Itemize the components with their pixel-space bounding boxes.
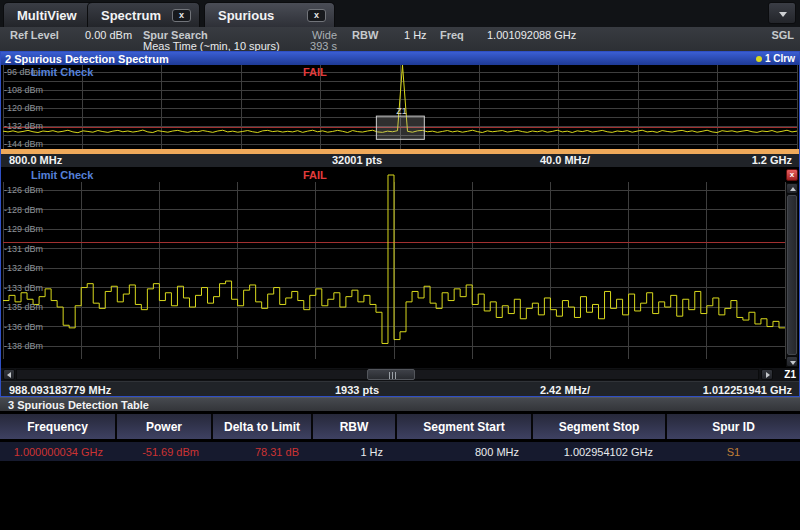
tab-spectrum[interactable]: Spectrum x	[87, 2, 200, 27]
overview-chart[interactable]: Limit Check FAIL -96 dBm-108 dBm-120 dBm…	[1, 65, 799, 149]
tab-spurious-label: Spurious	[218, 8, 274, 23]
y-axis-label: -132 dBm	[4, 263, 43, 273]
vertical-scrollbar-thumb[interactable]	[787, 195, 797, 355]
scroll-left-arrow-icon[interactable]	[3, 369, 15, 380]
zoom-chart[interactable]: Limit Check FAIL x -126 dBm-128 dBm-129 …	[1, 167, 799, 368]
ref-level-value[interactable]: 0.00 dBm	[85, 29, 132, 41]
zoom-region-box[interactable]	[376, 116, 424, 139]
col-rbw[interactable]: RBW	[313, 414, 397, 439]
zoom-window-label: Z1	[784, 369, 796, 380]
overview-freq-per-div: 40.0 MHz/	[540, 154, 590, 166]
y-axis-label: -136 dBm	[4, 322, 43, 332]
col-power[interactable]: Power	[117, 414, 213, 439]
tab-bar: MultiView Spectrum x Spurious x	[0, 0, 800, 27]
spurious-spectrum-window: 2 Spurious Detection Spectrum 1 Clrw Lim…	[0, 51, 800, 397]
limit-check-result-overview: FAIL	[303, 66, 327, 78]
y-axis-label: -108 dBm	[4, 85, 43, 95]
limit-check-result-zoom: FAIL	[303, 169, 327, 181]
col-delta-to-limit[interactable]: Delta to Limit	[213, 414, 313, 439]
y-axis-label: -135 dBm	[4, 302, 43, 312]
row-segment-stop: 1.002954102 GHz	[533, 442, 667, 461]
rbw-value[interactable]: 1 Hz	[404, 29, 427, 41]
spurious-table: Frequency Power Delta to Limit RBW Segme…	[0, 414, 800, 461]
rbw-label: RBW	[352, 29, 378, 41]
y-axis-label: -144 dBm	[4, 139, 43, 149]
trace1-color-dot-icon	[756, 56, 762, 62]
table-row[interactable]: 1.000000034 GHz -51.69 dBm 78.31 dB 1 Hz…	[0, 442, 800, 461]
row-segment-start: 800 MHz	[397, 442, 533, 461]
y-axis-label: -126 dBm	[4, 185, 43, 195]
measurement-bar: Ref Level 0.00 dBm Spur Search Meas Time…	[0, 27, 800, 51]
zoom-scale-row: 988.093183779 MHz 1933 pts 2.42 MHz/ 1.0…	[1, 381, 799, 396]
row-spur-id: S1	[667, 442, 800, 461]
col-segment-stop[interactable]: Segment Stop	[533, 414, 667, 439]
table-window-title: 3 Spurious Detection Table	[8, 399, 149, 411]
trace1-legend-label: 1 Clrw	[765, 53, 795, 64]
col-frequency[interactable]: Frequency	[0, 414, 117, 439]
y-axis-label: -131 dBm	[4, 244, 43, 254]
row-rbw: 1 Hz	[313, 442, 397, 461]
zoom-horizontal-scrollbar[interactable]: Z1	[1, 368, 799, 381]
table-header-row: Frequency Power Delta to Limit RBW Segme…	[0, 414, 800, 439]
single-sweep-badge: SGL	[771, 29, 794, 41]
horizontal-scrollbar-thumb[interactable]	[367, 369, 415, 380]
spectrum-window-title: 2 Spurious Detection Spectrum	[5, 53, 169, 65]
spurious-table-window: 3 Spurious Detection Table Frequency Pow…	[0, 397, 800, 461]
zoom-sweep-points: 1933 pts	[335, 384, 379, 396]
tab-spectrum-close-icon[interactable]: x	[172, 9, 191, 22]
zoom-stop-freq: 1.012251941 GHz	[703, 384, 792, 396]
freq-value[interactable]: 1.001092088 GHz	[487, 29, 576, 41]
y-axis-label: -138 dBm	[4, 341, 43, 351]
row-power: -51.69 dBm	[117, 442, 213, 461]
zoom-close-button[interactable]: x	[786, 169, 798, 181]
window-menu-dropdown-button[interactable]	[768, 2, 796, 24]
zoom-start-freq: 988.093183779 MHz	[9, 384, 111, 396]
overview-stop-freq: 1.2 GHz	[752, 154, 792, 166]
trace-legend[interactable]: 1 Clrw	[756, 53, 795, 64]
row-delta-limit: 78.31 dB	[213, 442, 313, 461]
overview-chart-svg: -96 dBm-108 dBm-120 dBm-132 dBm-144 dBmZ…	[1, 65, 799, 149]
overview-sweep-points: 32001 pts	[332, 154, 382, 166]
zoom-vertical-scrollbar[interactable]	[786, 183, 798, 367]
zoom-region-label: Z1	[396, 106, 407, 116]
y-axis-label: -128 dBm	[4, 205, 43, 215]
tab-spurious[interactable]: Spurious x	[204, 2, 335, 27]
tab-multiview-label: MultiView	[17, 8, 77, 23]
zoom-freq-per-div: 2.42 MHz/	[540, 384, 590, 396]
table-window-title-bar[interactable]: 3 Spurious Detection Table	[0, 397, 800, 411]
limit-check-label-zoom: Limit Check	[31, 169, 93, 181]
y-axis-label: -129 dBm	[4, 224, 43, 234]
analyzer-screen: MultiView Spectrum x Spurious x Ref Leve…	[0, 0, 800, 530]
col-segment-start[interactable]: Segment Start	[397, 414, 533, 439]
limit-check-label-overview: Limit Check	[31, 66, 93, 78]
y-axis-label: -120 dBm	[4, 103, 43, 113]
scroll-down-arrow-icon[interactable]	[786, 356, 798, 367]
tab-spurious-close-icon[interactable]: x	[307, 9, 326, 22]
ref-level-label: Ref Level	[10, 29, 59, 41]
overview-start-freq: 800.0 MHz	[9, 154, 62, 166]
row-frequency: 1.000000034 GHz	[0, 442, 117, 461]
y-axis-label: -133 dBm	[4, 283, 43, 293]
tab-spectrum-label: Spectrum	[101, 8, 161, 23]
scroll-up-arrow-icon[interactable]	[786, 183, 798, 194]
scroll-right-arrow-icon[interactable]	[761, 369, 773, 380]
overview-scale-row: 800.0 MHz 32001 pts 40.0 MHz/ 1.2 GHz	[1, 154, 799, 167]
col-spur-id[interactable]: Spur ID	[667, 414, 800, 439]
zoom-chart-svg: -126 dBm-128 dBm-129 dBm-131 dBm-132 dBm…	[1, 167, 799, 368]
spectrum-window-title-bar[interactable]: 2 Spurious Detection Spectrum 1 Clrw	[1, 52, 799, 65]
y-axis-label: -132 dBm	[4, 121, 43, 131]
freq-label: Freq	[440, 29, 464, 41]
trace-1	[3, 175, 785, 343]
